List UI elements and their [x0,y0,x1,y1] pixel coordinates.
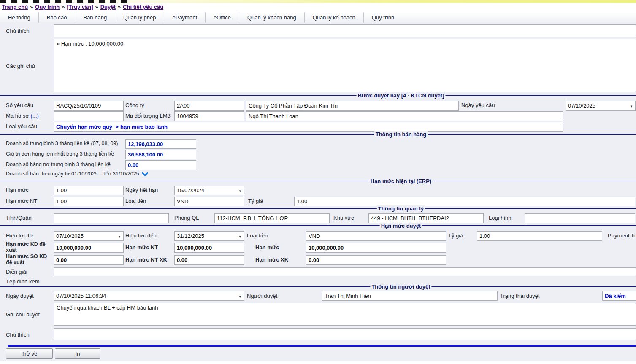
erp-ty-gia-label: Tỷ giá [248,198,263,204]
menu-item-quan-ly-ke-hoach[interactable]: Quản lý kế hoạch [305,12,364,23]
expand-sales-by-day-icon[interactable] [142,172,148,178]
breadcrumb: Trang chủ»Quy trình»[Truy vấn]»Duyệt»Chi… [0,3,636,12]
hm-xk-label: Hạn mức XK [255,257,288,263]
erp-loai-tien-input[interactable] [174,197,244,206]
section-han-muc-erp-title: Hạn mức hiện tại (ERP) [369,178,433,184]
hm-so-kd-input[interactable] [54,255,124,265]
ngay-yeu-cau-select[interactable]: 07/10/2025 [566,101,636,111]
hm-kd-de-xuat-input[interactable] [54,243,124,253]
loai-yeu-cau-label: Loại yêu cầu [6,124,37,129]
breadcrumb-link-duyet[interactable]: Duyệt [100,4,116,10]
chu-thich-top-input[interactable] [54,24,636,37]
print-button[interactable]: In [55,348,100,359]
section-quan-ly: Thông tin quản lý [0,208,636,209]
breadcrumb-separator: » [116,4,123,10]
chu-thich-bottom-input[interactable] [54,328,636,340]
section-nguoi-duyet-title: Thông tin người duyệt [370,283,431,290]
so-yeu-cau-label: Số yêu cầu [6,102,33,108]
ma-ho-so-label: Mã hồ sơ (...) [6,113,39,119]
breadcrumb-link-truy-van[interactable]: [Truy vấn] [67,4,93,10]
erp-han-muc-nt-input[interactable] [54,197,124,206]
cong-ty-name-input[interactable] [246,101,459,111]
ngay-het-han-select[interactable]: 15/07/2024 [174,186,244,195]
hm-nt-xk-label: Hạn mức NT XK [125,257,167,263]
nguoi-duyet-input[interactable] [322,291,498,301]
loai-hinh-input[interactable] [525,213,635,223]
menu-item-bao-cao[interactable]: Báo cáo [39,12,76,23]
limit-ty-gia-label: Tỷ giá [448,233,463,239]
hm-kd-de-xuat-label: Hạn mức KD đề xuất [6,241,51,253]
menu-item-quy-trinh[interactable]: Quy trình [364,12,402,23]
ds-trung-binh-label: Doanh số trung bình 3 tháng liền kề (07,… [6,140,118,146]
top-clipped-strip [0,0,636,3]
hm-nt-xk-input[interactable] [174,255,244,265]
dien-giai-label: Diễn giải [6,269,27,275]
breadcrumb-separator: » [93,4,100,10]
dien-giai-input[interactable] [54,267,636,276]
chevron-down-icon [238,293,242,299]
hieu-luc-den-select[interactable]: 31/12/2025 [174,231,244,241]
hieu-luc-tu-value: 07/10/2025 [56,233,84,239]
ngay-duyet-label: Ngày duyệt [6,293,34,299]
limit-ty-gia-input[interactable] [477,231,602,241]
breadcrumb-link-chi-tiet[interactable]: Chi tiết yêu cầu [123,4,163,10]
loai-yeu-cau-input[interactable] [54,122,563,132]
chevron-down-icon [238,233,242,239]
ngay-duyet-value: 07/10/2025 11:06:34 [56,293,106,299]
menu-item-epayment[interactable]: ePayment [164,12,206,23]
ma-doi-tuong-code-input[interactable] [174,111,244,121]
gia-tri-don-input[interactable] [125,150,196,159]
breadcrumb-separator: » [28,4,35,10]
ma-doi-tuong-name-input[interactable] [246,111,563,121]
ma-ho-so-lookup-link[interactable]: (...) [30,113,39,119]
trang-thai-duyet-label: Trạng thái duyệt [500,293,539,299]
trang-thai-duyet-input[interactable] [602,291,636,301]
loai-hinh-label: Loại hình [489,215,512,221]
ghi-chu-duyet-textarea[interactable]: Chuyển qua khách BL + cấp HM bảo lãnh [54,303,636,326]
menu-item-quan-ly-khach-hang[interactable]: Quản lý khách hàng [239,12,305,23]
section-nguoi-duyet: Thông tin người duyệt [0,286,636,287]
hm-label: Hạn mức [255,245,279,251]
limit-loai-tien-label: Loại tiền [247,233,268,239]
section-han-muc-erp: Hạn mức hiện tại (ERP) [0,181,636,181]
hm-xk-input[interactable] [306,255,446,265]
cac-ghi-chu-label: Các ghi chú [6,63,35,69]
hieu-luc-tu-select[interactable]: 07/10/2025 [54,231,124,241]
limit-loai-tien-input[interactable] [306,231,446,241]
erp-ty-gia-input[interactable] [294,197,635,206]
ds-trung-binh-input[interactable] [125,139,196,149]
hm-nt-label: Hạn mức NT [125,245,158,251]
ngay-het-han-label: Ngày hết hạn [125,187,158,193]
menu-item-ban-hang[interactable]: Bán hàng [75,12,115,23]
cac-ghi-chu-textarea[interactable]: » Hạn mức : 10,000,000.00 [54,39,636,92]
hm-nt-input[interactable] [174,243,244,253]
khu-vuc-input[interactable] [368,213,484,223]
menu-item-eoffice[interactable]: eOffice [206,12,239,23]
tinh-quan-input[interactable] [54,213,169,223]
breadcrumb-link-home[interactable]: Trang chủ [2,4,28,10]
clipped-top-text [0,0,132,3]
cong-ty-label: Công ty [125,102,144,108]
so-yeu-cau-input[interactable] [54,101,124,111]
ds-hang-no-input[interactable] [125,160,196,170]
hieu-luc-den-value: 31/12/2025 [177,233,204,239]
ds-hang-no-label: Doanh số hàng nợ trung bình 3 tháng liền… [6,162,111,167]
chu-thich-bottom-label: Chú thích [6,332,30,338]
erp-han-muc-input[interactable] [54,186,124,195]
section-quan-ly-title: Thông tin quản lý [377,205,425,212]
chevron-down-icon [630,102,633,109]
back-button[interactable]: Trở về [6,348,53,359]
ma-ho-so-input[interactable] [54,111,124,121]
cong-ty-code-input[interactable] [174,101,244,111]
tep-dinh-kem-label: Tệp đính kèm [6,279,40,285]
menu-item-quan-ly-phep[interactable]: Quản lý phép [115,12,164,23]
chu-thich-top-label: Chú thích [6,28,30,34]
ngay-duyet-select[interactable]: 07/10/2025 11:06:34 [54,291,244,301]
hm-input[interactable] [306,243,446,253]
tinh-quan-label: Tỉnh/Quận [6,215,32,221]
menu-item-he-thong[interactable]: Hệ thống [0,12,39,23]
breadcrumb-link-quy-trinh[interactable]: Quy trình [35,4,60,10]
phong-ql-input[interactable] [214,213,330,223]
gia-tri-don-label: Giá trị đơn hàng lớn nhất trong 3 tháng … [6,151,114,157]
breadcrumb-separator: » [60,4,67,10]
